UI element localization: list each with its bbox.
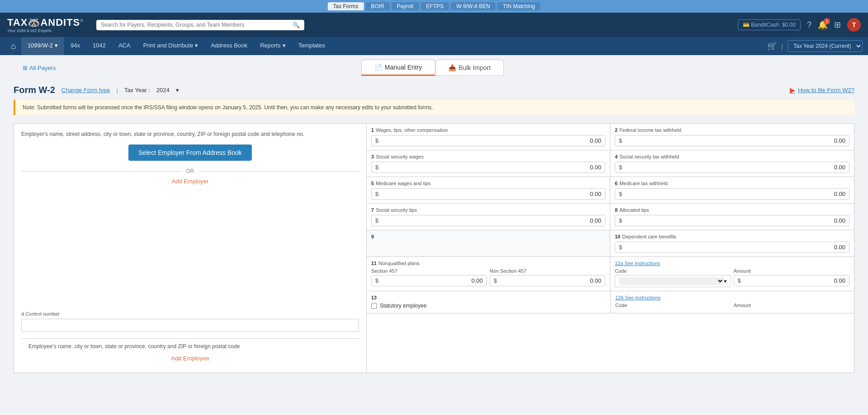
field-4-input[interactable] (625, 164, 845, 171)
tab-bulk-import[interactable]: 📥 Bulk Import (435, 60, 504, 76)
nav-94x[interactable]: 94x (64, 37, 86, 55)
bulk-import-icon: 📥 (448, 64, 456, 71)
note-text: Note: Submitted forms will be processed … (23, 104, 433, 111)
how-to-file-link[interactable]: ▶ How to file Form W2? (790, 86, 854, 94)
nav-address-book[interactable]: Address Book (204, 37, 254, 55)
nav-templates-label: Templates (298, 42, 325, 49)
nav-print-distribute[interactable]: Print and Distribute ▾ (137, 37, 205, 55)
nav-94x-label: 94x (71, 42, 80, 49)
field-6-input[interactable] (625, 191, 845, 197)
nav-reports[interactable]: Reports ▾ (254, 37, 292, 55)
dollar-icon-5: $ (375, 191, 378, 197)
tab-manual-entry[interactable]: 📄 Manual Entry (361, 60, 435, 76)
statutory-employee-checkbox[interactable] (371, 303, 377, 309)
nav-1042[interactable]: 1042 (86, 37, 112, 55)
nav-print-arrow: ▾ (195, 42, 198, 49)
nav-aca[interactable]: ACA (112, 37, 137, 55)
field-row-5-6: 5 Medicare wages and tips $ 6 Medicare t… (367, 177, 854, 204)
amount-label-12a: Amount (734, 268, 850, 274)
field-row-1-2: 1 Wages, tips, other compensation $ 2 Fe… (367, 124, 854, 150)
field-1-input[interactable] (381, 137, 601, 144)
field-5-input[interactable] (381, 191, 601, 197)
field-10-input[interactable] (625, 244, 845, 251)
field-12a-amount-input[interactable] (744, 277, 845, 284)
field-row-9-10: 9 10 Dependent care benefits $ (367, 230, 854, 257)
all-payers-link[interactable]: ⊞ All Payers (14, 65, 65, 71)
field-9-label: 9 (371, 234, 605, 239)
bandit-cash-button[interactable]: 💳 BanditCash: $0.00 (738, 19, 801, 30)
topbar-payroll[interactable]: Payroll (392, 2, 419, 10)
section457-label: Section 457 (371, 268, 487, 274)
dollar-icon-10: $ (619, 244, 622, 251)
tax-year-value: 2024 (156, 87, 170, 93)
header-actions: 💳 BanditCash: $0.00 ? 🔔 1 ⊞ T (738, 18, 861, 32)
avatar[interactable]: T (847, 18, 861, 32)
search-bar[interactable]: 🔍 (96, 20, 304, 30)
field-12a-amount: Amount $ (734, 268, 850, 287)
field-8-input[interactable] (625, 217, 845, 224)
field-cell-5: 5 Medicare wages and tips $ (367, 177, 610, 203)
field-6-label: 6 Medicare tax withheld (615, 181, 849, 186)
topbar-tax-forms[interactable]: Tax Forms (328, 2, 364, 10)
nav-templates[interactable]: Templates (292, 37, 331, 55)
field-11-section-457: Section 457 $ (371, 268, 487, 286)
dollar-icon-2: $ (619, 137, 622, 144)
logo: TAX🦝ANDITS® Your 1099 & W2 Experts (7, 17, 84, 33)
control-number-input[interactable] (21, 319, 359, 332)
search-input[interactable] (101, 22, 290, 28)
topbar-tin-matching[interactable]: TIN Matching (497, 2, 540, 10)
field-row-7-8: 7 Social security tips $ 8 Allocated tip… (367, 204, 854, 230)
apps-icon[interactable]: ⊞ (834, 20, 841, 30)
dollar-icon-7: $ (375, 217, 378, 224)
year-selector[interactable]: Tax Year 2024 (Current) (788, 40, 863, 52)
non-section457-input-wrapper: $ (490, 275, 605, 286)
field-13-label: 13 (371, 295, 606, 300)
home-button[interactable]: ⌂ (5, 42, 21, 51)
code-select-12a[interactable] (619, 277, 724, 285)
field-row-3-4: 3 Social security wages $ 4 Social secur… (367, 150, 854, 177)
select-employer-button[interactable]: Select Employer From Address Book (128, 145, 252, 161)
bell-icon[interactable]: 🔔 1 (818, 20, 828, 30)
add-employee-link[interactable]: Add Employee (21, 351, 359, 365)
section457-input[interactable] (381, 277, 483, 284)
tax-year-arrow[interactable]: ▾ (176, 87, 179, 93)
non-section457-input[interactable] (500, 277, 601, 284)
field-2-input[interactable] (625, 137, 845, 144)
youtube-icon: ▶ (790, 86, 795, 94)
field-1-label: 1 Wages, tips, other compensation (371, 127, 605, 133)
nav-print-distribute-label: Print and Distribute (143, 42, 193, 49)
field-12b-link[interactable]: 12b See Instructions (615, 295, 660, 300)
add-employer-link[interactable]: Add Employer (21, 178, 359, 185)
cart-icon[interactable]: 🛒 (767, 41, 777, 51)
field-cell-7: 7 Social security tips $ (367, 204, 610, 230)
topbar-eftps[interactable]: EFTPS (421, 2, 449, 10)
bulk-import-label: Bulk Import (459, 64, 491, 71)
nav-1099-w2-label: 1099/W-2 (28, 42, 53, 49)
field-7-input[interactable] (381, 217, 601, 224)
dollar-icon-4: $ (619, 164, 622, 171)
field-12b-code: Code (615, 303, 731, 309)
dollar-icon-1: $ (375, 137, 378, 144)
field-row-13-12b: 13 Statutory employee 12b See Instructio… (367, 291, 854, 313)
field-12b-label: 12b See Instructions (615, 295, 849, 300)
field-3-input[interactable] (381, 164, 601, 171)
field-10-input-wrapper: $ (615, 242, 849, 253)
topbar-w9w8ben[interactable]: W-9/W-8 BEN (451, 2, 495, 10)
field-12a-link[interactable]: 12a See Instructions (615, 261, 660, 266)
code-select-12a-wrapper: ▾ (615, 275, 731, 287)
help-icon[interactable]: ? (807, 20, 811, 30)
field-6-input-wrapper: $ (615, 188, 849, 200)
how-to-file-label: How to file Form W2? (798, 87, 854, 93)
field-8-label: 8 Allocated tips (615, 207, 849, 213)
top-bar: Tax Forms BOIR Payroll EFTPS W-9/W-8 BEN… (0, 0, 868, 13)
logo-text: TAX🦝ANDITS® (7, 17, 84, 28)
logo-sub: Your 1099 & W2 Experts (7, 28, 52, 33)
dollar-icon-8: $ (619, 217, 622, 224)
topbar-boir[interactable]: BOIR (366, 2, 390, 10)
nav-1099-w2[interactable]: 1099/W-2 ▾ (21, 37, 64, 55)
change-form-link[interactable]: Change Form type (61, 87, 110, 93)
field-cell-3: 3 Social security wages $ (367, 150, 610, 177)
manual-entry-label: Manual Entry (385, 64, 422, 71)
statutory-employee-label[interactable]: Statutory employee (371, 303, 606, 309)
field-cell-10: 10 Dependent care benefits $ (610, 230, 854, 256)
